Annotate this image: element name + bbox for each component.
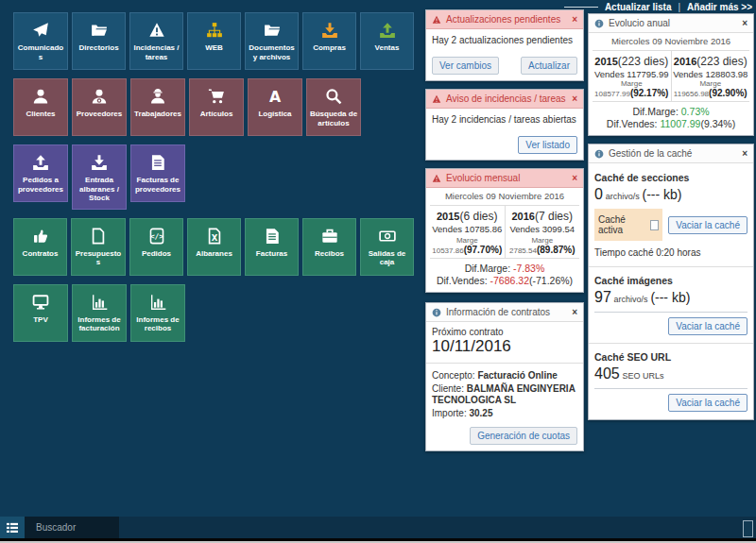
tile-incidencias-tareas[interactable]: Incidencias / tareas (129, 12, 183, 70)
bar-chart-icon (91, 294, 108, 311)
tile-logistica[interactable]: Logística (248, 78, 302, 136)
tile-label: Compras (305, 43, 353, 53)
marge-label: Marge (593, 79, 670, 88)
info-icon (432, 308, 441, 317)
dif-vendes-pct: (9.34%) (700, 118, 735, 129)
refresh-list-link[interactable]: Actualizar lista (605, 2, 672, 12)
vaciar-cache-button[interactable]: Vaciar la caché (668, 216, 747, 234)
module-tile-grid: Comunicados Directorios Incidencias / ta… (13, 12, 414, 342)
add-more-link[interactable]: Añadir más >> (687, 2, 752, 12)
ver-cambios-button[interactable]: Ver cambios (432, 57, 499, 75)
header-links: Actualizar lista | Añadir más >> (564, 2, 752, 12)
vaciar-cache-button[interactable]: Vaciar la caché (668, 317, 747, 335)
menu-grid-button[interactable] (0, 517, 25, 538)
tile-directorios[interactable]: Directorios (72, 12, 126, 70)
dif-marge-value: -7.83% (513, 263, 544, 274)
tile-label: Pedidos a proveedores (16, 176, 65, 194)
year-column-2016: 2016(223 dies) Vendes 128803.98 Marge 11… (672, 51, 750, 101)
panel-title: Aviso de incidencias / tareas (446, 93, 567, 104)
panel-header: Actualizaciones pendientes × (426, 10, 583, 29)
close-icon[interactable]: × (742, 19, 747, 28)
download-tray-icon (321, 22, 338, 39)
tile-informes-recibos[interactable]: Informes de recibos (130, 284, 185, 342)
dif-vendes-label: Dif.Vendes: (437, 275, 488, 286)
vaciar-cache-button[interactable]: Vaciar la caché (668, 394, 747, 412)
actualizar-button[interactable]: Actualizar (521, 57, 577, 75)
tile-label: Logística (250, 110, 300, 119)
download-tray-icon (91, 154, 108, 171)
cache-activa-row: Caché activa Vaciar la caché (594, 209, 747, 241)
tile-facturas[interactable]: Facturas (245, 218, 299, 276)
tile-trabajadores[interactable]: Trabajadores (130, 78, 185, 136)
tile-entrada-albaranes-stock[interactable]: Entrada albaranes / Stock (72, 144, 127, 210)
tile-facturas-proveedores[interactable]: Facturas de proveedores (130, 144, 185, 202)
tile-ventas[interactable]: Ventas (360, 12, 414, 70)
ver-listado-button[interactable]: Ver listado (518, 136, 577, 154)
warning-icon (432, 174, 441, 183)
panel-gestion-cache: Gestión de la caché × Caché de secciones… (588, 144, 754, 420)
tile-label: Salidas de caja (363, 249, 411, 267)
info-icon (594, 149, 604, 159)
tile-clientes[interactable]: Clientes (13, 78, 68, 136)
dif-vendes-value: -7686.32 (490, 275, 529, 286)
tile-label: Incidencias / tareas (132, 43, 180, 61)
generacion-cuotas-button[interactable]: Generación de cuotas (470, 427, 577, 445)
year-label: 2016 (512, 211, 535, 222)
tile-busqueda-articulos[interactable]: Búsqueda de artículos (306, 78, 361, 136)
vendes-value: Vendes 128803.98 (673, 69, 749, 79)
panel-header: Evolucio mensual × (426, 169, 583, 188)
tile-albaranes[interactable]: Albaranes (187, 218, 241, 276)
vendes-value: Vendes 117795.99 (593, 69, 670, 79)
buscador-tab[interactable]: Buscador (25, 517, 119, 538)
cache-imagenes-count: 97 archivo/s (--- kb) (594, 289, 747, 306)
tile-contratos[interactable]: Contratos (13, 218, 67, 276)
cliente-label: Cliente: (432, 383, 464, 394)
bottom-bar: Buscador (0, 517, 756, 538)
folder-icon (91, 22, 108, 39)
tile-label: WEB (190, 43, 238, 53)
count-value: 0 (594, 186, 603, 202)
tile-informes-facturacion[interactable]: Informes de facturación (72, 284, 127, 342)
tile-label: Recibos (305, 249, 353, 259)
monitor-icon (32, 294, 49, 311)
tile-compras[interactable]: Compras (302, 12, 356, 70)
document-x-icon (206, 228, 223, 245)
dif-marge-line: Dif.Marge: 0.73% (593, 106, 749, 117)
close-icon[interactable]: × (572, 174, 577, 183)
tile-recibos[interactable]: Recibos (302, 218, 356, 276)
close-icon[interactable]: × (572, 308, 577, 317)
cart-icon (208, 88, 225, 105)
divider (589, 266, 753, 267)
dif-vendes-label: Dif.Vendes: (607, 118, 658, 129)
count-value: 405 (594, 365, 620, 382)
cache-activa-checkbox[interactable] (650, 220, 660, 230)
header-divider-line (564, 7, 598, 8)
tile-label: Presupuestos (74, 249, 123, 267)
tile-label: Albaranes (190, 249, 238, 259)
dif-vendes-value: 11007.99 (660, 118, 700, 129)
thumbs-up-icon (32, 228, 49, 245)
close-icon[interactable]: × (742, 149, 747, 159)
tile-presupuestos[interactable]: Presupuestos (71, 218, 126, 276)
close-icon[interactable]: × (572, 15, 577, 25)
count-unit: archivo/s (614, 295, 648, 304)
year-comparison: 2015(223 dies) Vendes 117795.99 Marge 10… (593, 51, 749, 102)
panel-header: Aviso de incidencias / tareas × (426, 90, 583, 109)
tile-comunicados[interactable]: Comunicados (13, 12, 68, 70)
tile-tpv[interactable]: TPV (13, 284, 68, 342)
dif-vendes-line: Dif.Vendes: -7686.32(-71.26%) (430, 275, 579, 288)
tile-documentos-archivos[interactable]: Documentos y archivos (245, 12, 299, 70)
year-label: 2015 (437, 211, 459, 222)
tile-proveedores[interactable]: Proveedores (72, 78, 127, 136)
tile-label: Informes de recibos (133, 315, 182, 333)
tile-articulos[interactable]: Artículos (189, 78, 244, 136)
tile-salidas-caja[interactable]: Salidas de caja (360, 218, 414, 276)
tile-pedidos[interactable]: Pedidos (129, 218, 183, 276)
tile-web[interactable]: WEB (187, 12, 241, 70)
tile-label: Trabajadores (133, 110, 182, 119)
tile-pedidos-proveedores[interactable]: Pedidos a proveedores (13, 144, 68, 202)
year-column-2015: 2015(6 dies) Vendes 10785.86 Marge 10537… (430, 206, 506, 258)
close-icon[interactable]: × (572, 94, 577, 104)
scrollbar-corner[interactable] (743, 520, 753, 537)
document-blank-icon (90, 228, 107, 245)
